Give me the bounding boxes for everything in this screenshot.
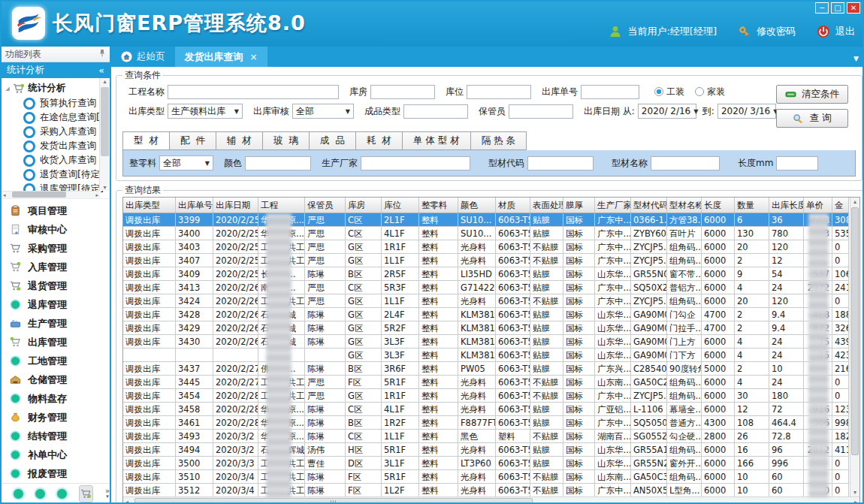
column-header[interactable]: 出库日期: [213, 198, 258, 213]
scroll-left-icon[interactable]: ◂: [3, 192, 6, 198]
product-type-input[interactable]: [403, 104, 468, 119]
table-row[interactable]: 调拨出库34612020/2/28华原...陈琳B区1R2F整料F8877FT6…: [123, 416, 849, 430]
sidebar-item[interactable]: 仓储管理: [2, 370, 110, 389]
color-input[interactable]: [245, 156, 311, 171]
material-tab[interactable]: 隔 热 条: [471, 131, 527, 150]
audit-select[interactable]: 全部▼: [292, 104, 354, 119]
table-row[interactable]: 调拨出库34372020/2/27佛...陈琳B区3R6F整料PW056063-…: [123, 362, 849, 376]
location-input[interactable]: [467, 85, 531, 99]
material-tab[interactable]: 成 品: [310, 131, 356, 150]
collapse-icon[interactable]: «: [98, 65, 104, 76]
column-header[interactable]: 生产厂家: [595, 198, 631, 213]
module-dot-icon[interactable]: [35, 489, 45, 499]
whole-part-select[interactable]: 全部▼: [159, 155, 213, 171]
table-row[interactable]: 调拨出库34282020/2/26石城陈琳G区2L4F整料KLM38176063…: [123, 308, 849, 321]
column-header[interactable]: 单价: [804, 198, 832, 213]
column-header[interactable]: 颜色: [458, 198, 496, 213]
table-row[interactable]: 调拨出库34072020/2/25工共工程严思G区1L1F整料光身料6063-T…: [123, 254, 849, 267]
table-row[interactable]: 调拨出库34242020/2/26工共工程严思G区1L1F整料光身料6063-T…: [123, 294, 849, 308]
sidebar-item[interactable]: 生产管理: [2, 314, 110, 333]
column-header[interactable]: 膜厚: [563, 198, 595, 213]
date-to-picker[interactable]: 2020/ 3/16▼: [717, 104, 776, 119]
tree-item[interactable]: 退货查询[待定]: [5, 167, 110, 182]
table-row[interactable]: 调拨出库34452020/2/27工共工程严思F区5R1F整料光身料6063-T…: [123, 376, 849, 389]
table-row[interactable]: 调拨出库34092020/2/25长...陈琳B区2R5F整料LI35HD606…: [123, 267, 849, 281]
column-header[interactable]: 数量: [735, 198, 769, 213]
tab-close-icon[interactable]: ×: [250, 52, 258, 62]
profile-code-input[interactable]: [527, 156, 594, 171]
scroll-up-icon[interactable]: ▴: [853, 198, 856, 205]
module-dot-icon[interactable]: [57, 489, 67, 499]
material-tab[interactable]: 玻 璃: [263, 131, 310, 150]
sidebar-group-header[interactable]: 统计分析 «: [2, 62, 110, 78]
column-header[interactable]: 工程: [258, 198, 305, 213]
table-row[interactable]: 调拨出库34002020/2/25华原...严思C区4L1F整料SU10...6…: [123, 227, 849, 240]
column-header[interactable]: 库房: [346, 198, 382, 213]
table-row[interactable]: 调拨出库35102020/3/4工共工程陈琳F区5R1F整料光身料6063-T5…: [123, 470, 849, 484]
tab-start-page[interactable]: 起始页: [111, 47, 175, 67]
sidebar-item[interactable]: 出库管理: [2, 333, 110, 352]
column-header[interactable]: 出库类型: [123, 198, 176, 213]
sidebar-item[interactable]: 补单中心: [2, 445, 110, 464]
date-from-picker[interactable]: 2020/ 2/16▼: [638, 104, 696, 119]
material-tab[interactable]: 型 材: [122, 131, 170, 150]
tree-hscroll-thumb[interactable]: [12, 192, 66, 198]
scroll-left-icon[interactable]: ◂: [125, 499, 128, 504]
material-tab[interactable]: 辅 材: [216, 131, 263, 150]
column-header[interactable]: 表面处理: [530, 198, 563, 213]
out-type-select[interactable]: 生产领料出库▼: [168, 104, 243, 119]
radio-gongzhuang[interactable]: 工装: [654, 86, 684, 98]
column-header[interactable]: 出库长度: [769, 198, 804, 213]
sidebar-item[interactable]: 退货管理: [2, 276, 110, 295]
statistics-module-button[interactable]: [79, 485, 93, 502]
change-password-link[interactable]: 修改密码: [757, 25, 796, 38]
sidebar-item[interactable]: 财务管理: [2, 408, 110, 427]
sidebar-item[interactable]: 审核中心: [2, 220, 110, 239]
scroll-right-icon[interactable]: ▸: [854, 499, 857, 504]
close-button[interactable]: ✕: [847, 2, 860, 14]
sidebar-item[interactable]: 结转管理: [2, 427, 110, 445]
table-row[interactable]: 调拨出库35122020/3/4工共工程陈琳F区1L2F整料光身料6063-T5…: [123, 484, 849, 497]
column-header[interactable]: 型材名称: [667, 198, 702, 213]
tree-vscroll-thumb[interactable]: [101, 87, 109, 156]
column-header[interactable]: 型材代码: [631, 198, 667, 213]
length-input[interactable]: [776, 156, 818, 171]
tree-item[interactable]: 收货入库查询: [5, 153, 110, 167]
tree-root[interactable]: ◢ 统计分析: [5, 80, 110, 96]
table-row[interactable]: 调拨出库34132020/2/26南...严思C区5R3F整料G71422606…: [123, 281, 849, 294]
scroll-right-icon[interactable]: ▸: [95, 192, 98, 198]
project-name-input[interactable]: [168, 85, 339, 99]
manufacturer-input[interactable]: [361, 156, 470, 171]
scroll-down-icon[interactable]: ▾: [103, 184, 106, 191]
minimize-button[interactable]: ─: [815, 2, 829, 14]
column-header[interactable]: 库位: [382, 198, 419, 213]
table-row[interactable]: 调拨出库34292020/2/26石城陈琳G区5R2F整料KLM38176063…: [123, 321, 849, 335]
sidebar-item[interactable]: 物料盘存: [2, 389, 110, 408]
warehouse-input[interactable]: [370, 85, 435, 99]
table-row[interactable]: 调拨出库34542020/2/28工共工程严思G区1R1F整料光身料6063-T…: [123, 389, 849, 403]
material-tab[interactable]: 配 件: [170, 131, 216, 150]
scroll-up-icon[interactable]: ▴: [103, 78, 106, 85]
sidebar-item[interactable]: 项目管理: [2, 201, 110, 220]
order-no-input[interactable]: [581, 85, 639, 99]
table-row[interactable]: G区3L3F整料KLM38176063-T5贴膜国标山东华...GA90M09.…: [123, 349, 849, 362]
column-header[interactable]: 金: [832, 198, 849, 213]
column-header[interactable]: 出库单号: [176, 198, 213, 213]
table-row[interactable]: 调拨出库34302020/2/26石城陈琳G区3L3F整料KLM38176063…: [123, 335, 849, 349]
keeper-input[interactable]: [509, 104, 573, 119]
tab-shipping-out-query[interactable]: 发货出库查询×: [175, 47, 267, 67]
clear-conditions-button[interactable]: 清空条件: [776, 85, 848, 104]
tree-item[interactable]: 预算执行查询: [5, 96, 110, 110]
sidebar-item[interactable]: 采购管理: [2, 239, 110, 258]
more-buttons-icon[interactable]: »▾: [105, 489, 110, 499]
maximize-button[interactable]: □: [831, 2, 844, 14]
logout-link[interactable]: 退出: [835, 25, 855, 38]
grid-vscroll-thumb[interactable]: [851, 207, 859, 455]
sidebar-item[interactable]: 报废管理: [2, 464, 110, 483]
scroll-down-icon[interactable]: ▾: [853, 489, 856, 496]
radio-jiazhuang[interactable]: 家装: [695, 86, 725, 98]
material-tab[interactable]: 单 体 型 材: [403, 131, 471, 150]
grid-hscroll-thumb[interactable]: [134, 498, 533, 504]
tree-item[interactable]: 在途信息查询[待: [5, 110, 110, 125]
sidebar-item[interactable]: 工地管理: [2, 352, 110, 370]
